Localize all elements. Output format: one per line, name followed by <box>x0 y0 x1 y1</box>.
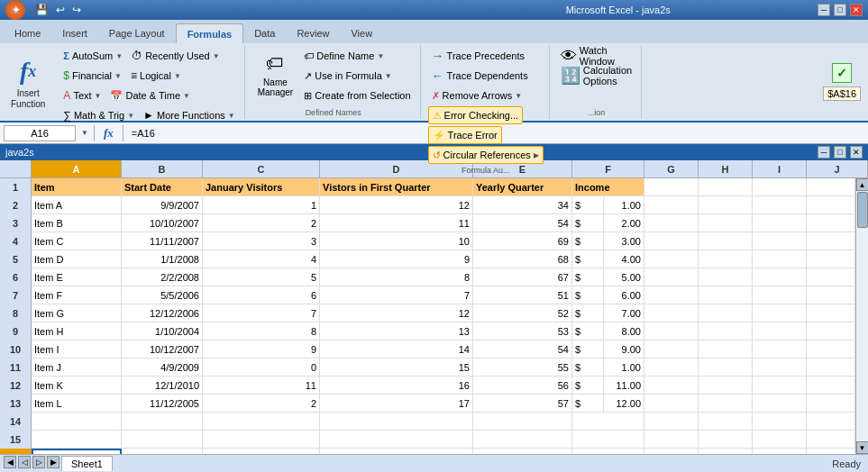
trace-precedents-button[interactable]: → Trace Precedents <box>428 47 528 65</box>
window-title: Microsoft Excel - java2s <box>425 5 813 15</box>
restore-button[interactable]: □ <box>834 4 846 16</box>
quick-access-undo[interactable]: ↩ <box>53 4 68 16</box>
cell-f1[interactable]: Income <box>572 178 644 196</box>
formula-confirm-check[interactable]: ✓ <box>832 63 852 83</box>
trace-error-icon: ⚡ <box>433 130 445 141</box>
math-trig-icon: ∑ <box>63 109 71 122</box>
col-header-i[interactable]: I <box>753 160 807 177</box>
sheet-tab-nav-left[interactable]: ◀ <box>4 456 16 468</box>
trace-precedents-label: Trace Precedents <box>447 50 525 61</box>
col-header-h[interactable]: H <box>699 160 753 177</box>
scroll-up-button[interactable]: ▲ <box>856 178 869 191</box>
row-num-7[interactable]: 7 <box>0 286 31 304</box>
tab-insert[interactable]: Insert <box>51 23 98 43</box>
close-button[interactable]: ✕ <box>850 4 863 16</box>
remove-arrows-button[interactable]: ✗ Remove Arrows ▼ <box>428 86 526 104</box>
tab-data[interactable]: Data <box>243 23 286 43</box>
watch-button[interactable]: 👁 WatchWindow <box>557 47 618 65</box>
calculation-button[interactable]: 🔢 CalculationOptions <box>557 67 635 85</box>
cell-e1[interactable]: Yearly Quarter <box>473 178 572 196</box>
name-box[interactable]: A16 <box>4 125 76 141</box>
financial-button[interactable]: $ Financial ▼ <box>59 67 125 85</box>
error-checking-button[interactable]: ⚠ Error Checking... <box>428 106 524 124</box>
cell-a15[interactable] <box>32 431 122 449</box>
cell-a1[interactable]: Item <box>32 178 122 196</box>
quick-access-save[interactable]: 💾 <box>32 4 51 16</box>
trace-dependents-icon: ← <box>432 68 444 83</box>
autosum-arrow-icon: ▼ <box>115 52 123 60</box>
define-name-arrow-icon: ▼ <box>377 52 384 60</box>
col-header-c[interactable]: C <box>203 160 320 177</box>
name-manager-button[interactable]: 🏷 NameManager <box>252 47 298 99</box>
remove-arrows-icon: ✗ <box>432 90 440 102</box>
trace-dependents-button[interactable]: ← Trace Dependents <box>428 67 532 85</box>
row-num-14[interactable]: 14 <box>0 413 31 431</box>
sheet-tab-nav-right[interactable]: ▶ <box>47 456 59 468</box>
row-num-11[interactable]: 11 <box>0 359 31 377</box>
cell-i1[interactable] <box>753 178 807 196</box>
cell-b1[interactable]: Start Date <box>122 178 203 196</box>
row-num-15[interactable]: 15 <box>0 431 31 449</box>
minimize-button[interactable]: ─ <box>818 4 830 16</box>
cell-a14[interactable] <box>32 413 122 431</box>
cell-d1[interactable]: Vistors in First Quarter <box>320 178 473 196</box>
tab-home[interactable]: Home <box>4 23 51 43</box>
text-button[interactable]: A Text ▼ <box>59 86 105 104</box>
tab-page-layout[interactable]: Page Layout <box>98 23 176 43</box>
tab-view[interactable]: View <box>340 23 383 43</box>
row-num-3[interactable]: 3 <box>0 214 31 232</box>
office-button[interactable]: ✦ <box>5 0 25 20</box>
circular-refs-button[interactable]: ↺ Circular References ▶ <box>428 146 544 164</box>
workbook-close[interactable]: ✕ <box>850 146 863 159</box>
quick-access-redo[interactable]: ↪ <box>69 4 84 16</box>
insert-function-icon: fx <box>11 54 45 88</box>
row-num-2[interactable]: 2 <box>0 196 31 214</box>
logical-button[interactable]: ≡ Logical ▼ <box>127 67 185 85</box>
col-header-a[interactable]: A <box>32 160 122 177</box>
row-num-6[interactable]: 6 <box>0 268 31 286</box>
sheet-tab-1[interactable]: Sheet1 <box>61 456 113 471</box>
calculation-label: CalculationOptions <box>583 65 632 86</box>
watch-label: WatchWindow <box>580 45 615 67</box>
cell-j1[interactable] <box>807 178 855 196</box>
scroll-thumb[interactable] <box>857 192 868 228</box>
col-header-b[interactable]: B <box>122 160 203 177</box>
cell-g1[interactable] <box>644 178 699 196</box>
row-num-13[interactable]: 13 <box>0 395 31 413</box>
row-num-1[interactable]: 1 <box>0 178 31 196</box>
cell-h1[interactable] <box>699 178 753 196</box>
workbook-minimize[interactable]: ─ <box>818 146 830 159</box>
row-num-8[interactable]: 8 <box>0 304 31 322</box>
recently-used-button[interactable]: ⏱ Recently Used ▼ <box>128 47 223 65</box>
name-box-dropdown-arrow[interactable]: ▼ <box>81 129 88 137</box>
row-num-12[interactable]: 12 <box>0 377 31 395</box>
cell-c1[interactable]: January Visitors <box>203 178 320 196</box>
date-time-button[interactable]: 📅 Date & Time ▼ <box>106 86 193 104</box>
sheet-tab-nav-first[interactable]: ◁ <box>18 456 31 468</box>
col-header-g[interactable]: G <box>644 160 699 177</box>
autosum-button[interactable]: Σ AutoSum ▼ <box>59 47 126 65</box>
math-trig-button[interactable]: ∑ Math & Trig ▼ <box>59 106 138 124</box>
insert-function-button[interactable]: fx InsertFunction <box>4 50 52 113</box>
tab-formulas[interactable]: Formulas <box>176 23 244 43</box>
row-num-9[interactable]: 9 <box>0 322 31 340</box>
use-in-formula-button[interactable]: ↗ Use in Formula ▼ <box>300 67 414 85</box>
fx-label: fx <box>100 126 117 141</box>
remove-arrows-label: Remove Arrows <box>443 90 513 101</box>
row-num-4[interactable]: 4 <box>0 232 31 250</box>
tab-review[interactable]: Review <box>286 23 340 43</box>
math-trig-arrow-icon: ▼ <box>127 112 134 120</box>
row-num-10[interactable]: 10 <box>0 340 31 359</box>
define-name-button[interactable]: 🏷 Define Name ▼ <box>300 47 414 65</box>
row-num-5[interactable]: 5 <box>0 250 31 268</box>
scroll-down-button[interactable]: ▼ <box>856 441 869 454</box>
create-from-selection-button[interactable]: ⊞ Create from Selection <box>300 86 414 104</box>
sheet-tab-nav-last[interactable]: ▷ <box>32 456 45 468</box>
col-header-f[interactable]: F <box>572 160 644 177</box>
col-header-j[interactable]: J <box>807 160 868 177</box>
status-ready: Ready <box>832 458 868 469</box>
trace-error-button[interactable]: ⚡ Trace Error <box>428 126 502 144</box>
more-functions-button[interactable]: ► More Functions ▼ <box>140 106 239 124</box>
workbook-restore[interactable]: □ <box>834 146 846 159</box>
table-row: Item G12/12/200671252$7.00 <box>32 304 855 322</box>
